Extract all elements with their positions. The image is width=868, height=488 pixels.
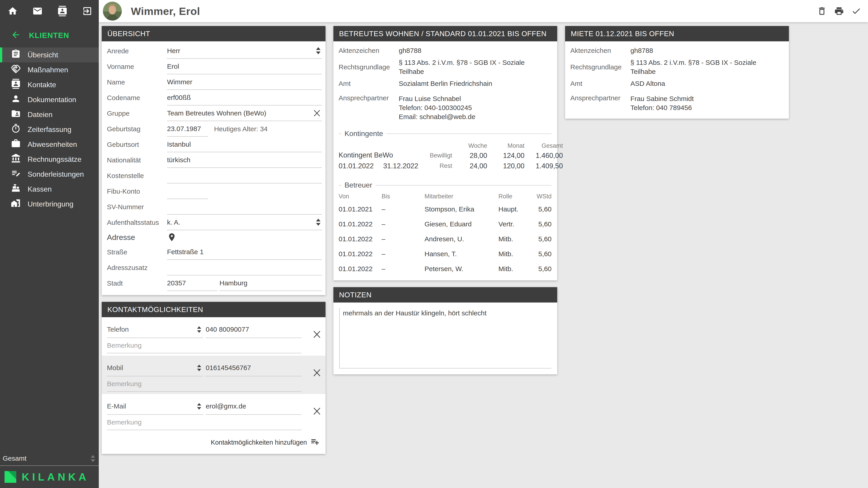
clipboard-icon (11, 49, 21, 61)
add-contact-button[interactable]: Kontaktmöglichkeiten hinzufügen (102, 432, 326, 454)
contacts-card-title: KONTAKTMÖGLICHKEITEN (102, 302, 326, 317)
delete-button[interactable] (817, 6, 827, 16)
aufenthaltsstatus-select[interactable]: k. A. (167, 215, 322, 230)
contact-card-icon (11, 79, 21, 91)
briefcase-icon (11, 138, 21, 150)
sidebar-item-kassen[interactable]: Kassen (0, 182, 99, 197)
form-row-nationalitaet: Nationalität türkisch (107, 152, 322, 168)
topbar: Wimmer, Erol (99, 0, 868, 22)
anrede-select[interactable]: Herr (167, 43, 322, 59)
form-row-strasse: Straße Fettstraße 1 (107, 244, 322, 260)
contact-value-input[interactable]: erol@gmx.de (206, 398, 302, 415)
contact-value-input[interactable]: 040 80090077 (206, 321, 302, 338)
clear-gruppe-icon[interactable] (312, 109, 321, 118)
miete-amt-row: Amt ASD Altona (570, 76, 783, 91)
select-arrows-icon (197, 326, 201, 333)
fibu-input[interactable] (167, 184, 208, 199)
save-check-button[interactable] (851, 6, 861, 16)
bewo-amt-row: Amt Sozialamt Berlin Friedrichshain (339, 76, 552, 91)
contact-note-input[interactable]: Bemerkung (107, 377, 302, 392)
playlist-add-icon (310, 437, 320, 448)
sidebar-item-abwesenheiten[interactable]: Abwesenheiten (0, 137, 99, 152)
sv-input[interactable] (167, 199, 322, 215)
strasse-input[interactable]: Fettstraße 1 (167, 244, 322, 260)
remove-contact-icon[interactable] (312, 368, 322, 378)
contact-type-select[interactable]: Mobil (107, 360, 204, 377)
sidebar: KLIENTEN Übersicht Maßnahmen Kontakte Do… (0, 22, 99, 488)
contact-note-input[interactable]: Bemerkung (107, 415, 302, 430)
age-note: Heutiges Alter: 34 (214, 125, 268, 133)
contact-type-select[interactable]: Telefon (107, 321, 204, 338)
adresszusatz-input[interactable] (167, 260, 322, 275)
overview-card: ÜBERSICHT Anrede Herr Vorname Erol (102, 26, 326, 295)
bewo-card: BETREUTES WOHNEN / STANDARD 01.01.2021 B… (333, 26, 557, 281)
sidebar-header: KLIENTEN (0, 22, 99, 47)
nationalitaet-input[interactable]: türkisch (167, 152, 322, 168)
folder-shared-icon (11, 109, 21, 121)
form-row-stadt: Stadt 20357 Hamburg (107, 275, 322, 291)
bank-icon (11, 153, 21, 165)
notes-textarea[interactable]: mehrmals an der Haustür klingeln, hört s… (339, 308, 551, 368)
contact-row-email: E-Mail erol@gmx.de Bemerkung (102, 394, 326, 432)
miete-rechtsgrundlage-row: Rechtsgrundlage § 113 Abs. 2 i.V.m. §78 … (570, 58, 783, 76)
sidebar-item-unterbringung[interactable]: Unterbringung (0, 197, 99, 212)
scope-select[interactable]: Gesamt (0, 455, 99, 466)
codename-input[interactable]: erf00ßß (167, 90, 322, 105)
sidebar-item-kontakte[interactable]: Kontakte (0, 77, 99, 92)
list-edit-icon (11, 168, 21, 180)
sidebar-item-sonderleistungen[interactable]: Sonderleistungen (0, 167, 99, 182)
mail-icon[interactable] (32, 6, 43, 16)
remove-contact-icon[interactable] (312, 329, 322, 339)
bewo-rechtsgrundlage-row: Rechtsgrundlage § 113 Abs. 2 i.V.m. §78 … (339, 58, 552, 76)
sidebar-spacer (0, 212, 99, 455)
sidebar-item-uebersicht[interactable]: Übersicht (0, 47, 99, 62)
logo-text: KILANKA (22, 471, 89, 483)
plz-input[interactable]: 20357 (167, 275, 217, 291)
vorname-input[interactable]: Erol (167, 59, 322, 74)
name-input[interactable]: Wimmer (167, 74, 322, 90)
form-row-aufenthaltsstatus: Aufenthaltsstatus k. A. (107, 215, 322, 230)
select-arrows-icon (197, 365, 201, 371)
form-row-adresszusatz: Adresszusatz (107, 260, 322, 275)
form-row-gruppe: Gruppe Team Betreutes Wohnen (BeWo) (107, 105, 322, 121)
contact-value-input[interactable]: 016145456767 (206, 360, 302, 377)
print-button[interactable] (834, 6, 844, 16)
form-row-fibu: Fibu-Konto (107, 184, 322, 199)
geburtsort-input[interactable]: Istanbul (167, 137, 322, 152)
sidebar-item-dokumentation[interactable]: Dokumentation (0, 92, 99, 107)
miete-card-title: MIETE 01.12.2021 BIS OFFEN (565, 26, 789, 41)
person-icon (11, 94, 21, 105)
remove-contact-icon[interactable] (312, 406, 322, 416)
ort-input[interactable]: Hamburg (219, 275, 322, 291)
home-icon[interactable] (7, 6, 18, 16)
kontingent-name: Kontingent BeWo 01.01.2022 31.12.2022 (339, 151, 418, 170)
select-arrows-icon (316, 219, 320, 226)
main-content: ÜBERSICHT Anrede Herr Vorname Erol (99, 22, 868, 488)
miete-card: MIETE 01.12.2021 BIS OFFEN Aktenzeichen … (565, 26, 789, 119)
form-row-geburtsort: Geburtsort Istanbul (107, 137, 322, 152)
home-work-icon (11, 198, 21, 210)
miete-ansprechpartner-row: Ansprechpartner Frau Sabine Schmidt Tele… (570, 91, 783, 115)
app-window: Wimmer, Erol KLIENTEN Übersicht Maßnahme… (0, 0, 868, 488)
contact-note-input[interactable]: Bemerkung (107, 338, 302, 353)
client-avatar[interactable] (103, 2, 122, 21)
stopwatch-icon (11, 124, 21, 135)
sidebar-item-dateien[interactable]: Dateien (0, 107, 99, 122)
form-row-sv: SV-Nummer (107, 199, 322, 215)
sidebar-item-massnahmen[interactable]: Maßnahmen (0, 62, 99, 77)
gruppe-input[interactable]: Team Betreutes Wohnen (BeWo) (167, 105, 322, 121)
contacts-icon[interactable] (57, 6, 68, 16)
kontingente-table: Woche Monat Gesamt Kontingent BeWo 01.01… (339, 138, 552, 171)
notes-card-title: NOTIZEN (333, 287, 557, 302)
form-row-anrede: Anrede Herr (107, 43, 322, 59)
kostenstelle-input[interactable] (167, 168, 322, 184)
logout-icon[interactable] (82, 6, 92, 16)
geburtstag-input[interactable]: 23.07.1987 (167, 121, 208, 137)
sidebar-item-zeiterfassung[interactable]: Zeiterfassung (0, 122, 99, 137)
contact-row-mobil: Mobil 016145456767 Bemerkung (102, 356, 326, 394)
back-arrow-icon[interactable] (11, 30, 21, 41)
bewo-ansprechpartner-row: Ansprechpartner Frau Luise Schnabel Tele… (339, 91, 552, 124)
contact-type-select[interactable]: E-Mail (107, 398, 204, 415)
location-pin-icon[interactable] (167, 232, 177, 242)
sidebar-item-rechnungssaetze[interactable]: Rechnungssätze (0, 152, 99, 167)
